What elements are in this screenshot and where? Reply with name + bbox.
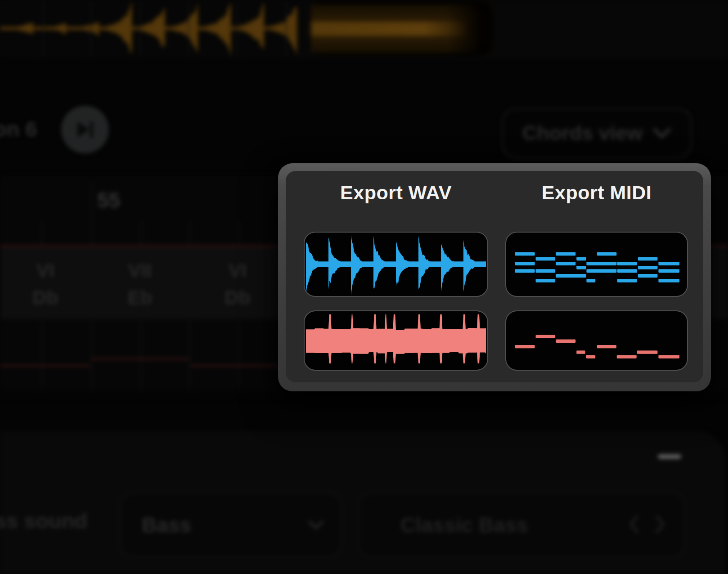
export-wav-title: Export WAV [304,182,488,204]
bass-waveform-thumbnail [306,313,486,368]
export-midi-melody-tile[interactable] [505,232,688,297]
export-panel-body: Export WAV Export MIDI [286,171,703,382]
export-wav-melody-tile[interactable] [304,232,488,297]
bass-midi-thumbnail [508,313,686,368]
export-panel: Export WAV Export MIDI [278,163,711,391]
export-midi-bass-tile[interactable] [505,310,688,371]
melody-waveform-thumbnail [306,234,486,295]
export-midi-title: Export MIDI [505,182,688,204]
app-window: on 6 Chords view 55 [0,0,728,574]
export-wav-bass-tile[interactable] [304,310,488,371]
melody-midi-thumbnail [508,234,686,295]
